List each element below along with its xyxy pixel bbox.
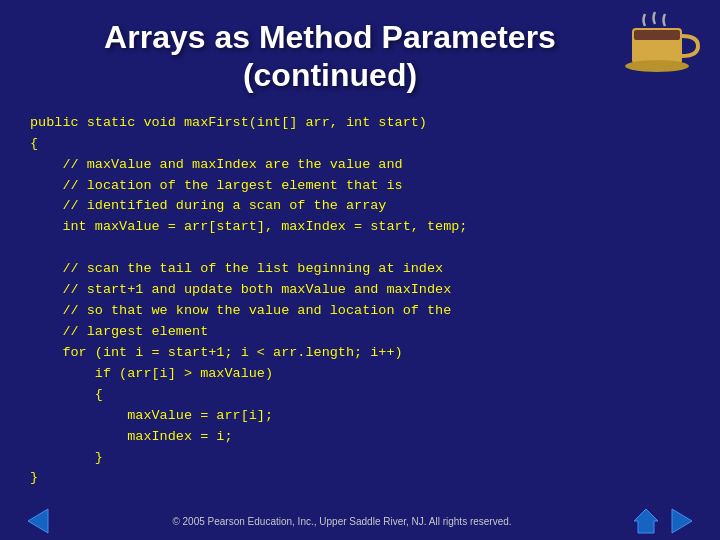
footer-area: © 2005 Pearson Education, Inc., Upper Sa… xyxy=(0,499,720,540)
copyright-text: © 2005 Pearson Education, Inc., Upper Sa… xyxy=(56,516,628,527)
steam-1-icon xyxy=(644,14,646,26)
svg-marker-0 xyxy=(28,509,48,533)
code-block: public static void maxFirst(int[] arr, i… xyxy=(30,113,690,490)
nav-back-button[interactable] xyxy=(20,503,56,539)
title-line2: (continued) xyxy=(243,57,417,93)
cup-liquid-icon xyxy=(634,30,680,40)
steam-3-icon xyxy=(664,14,666,26)
cup-saucer-icon xyxy=(625,60,689,72)
svg-marker-2 xyxy=(672,509,692,533)
svg-marker-1 xyxy=(634,509,658,533)
title-area: Arrays as Method Parameters (continued) xyxy=(0,0,720,105)
slide-title: Arrays as Method Parameters (continued) xyxy=(20,18,640,95)
nav-home-button[interactable] xyxy=(628,503,664,539)
coffee-cup-image xyxy=(620,8,700,83)
steam-2-icon xyxy=(654,12,656,24)
slide: Arrays as Method Parameters (continued) xyxy=(0,0,720,540)
content-area: public static void maxFirst(int[] arr, i… xyxy=(0,105,720,500)
cup-handle-icon xyxy=(682,36,698,56)
nav-forward-button[interactable] xyxy=(664,503,700,539)
title-line1: Arrays as Method Parameters xyxy=(104,19,556,55)
